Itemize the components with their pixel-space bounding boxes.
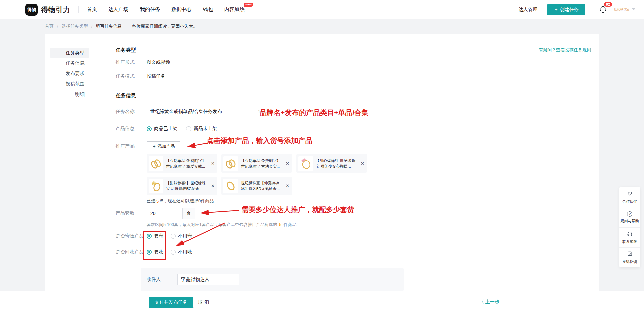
gold-ring-single-icon (223, 179, 238, 193)
cancel-button[interactable]: 取 消 (193, 297, 214, 308)
quantity-help-prefix: 套数区间5-100套，每人对应1套产品，每套产品中包含推广产品所选的 (147, 222, 277, 227)
selected-count-note: 已选 5 /5，现在还可以选择0件商品 (147, 198, 591, 204)
radio-selected-icon (147, 126, 152, 131)
selected-count: 5 (156, 199, 159, 204)
task-name-label: 任务名称 (116, 109, 147, 115)
radio-new-product[interactable]: 新品未上架 (186, 126, 217, 132)
radio-recycle-no[interactable]: 不用收 (171, 249, 192, 255)
remove-product-icon[interactable]: ✕ (286, 183, 289, 188)
talent-manage-button[interactable]: 达人管理 (513, 4, 543, 15)
rules-help-item[interactable]: ? 规则与帮助 (619, 207, 640, 227)
quantity-helper-text: 套数区间5-100套，每人对应1套产品，每套产品中包含推广产品所选的 5 件商品 (147, 222, 296, 228)
product-title: 【心动单品 免费刻字】世纪缘珠宝 挚爱女戒... (166, 158, 209, 169)
nav-item-home[interactable]: 首页 (87, 6, 97, 13)
quantity-label: 产品套数 (116, 210, 147, 216)
nav-item-talent-plaza[interactable]: 达人广场 (108, 6, 128, 13)
radio-recycle-no-label: 不用收 (178, 249, 192, 255)
previous-step-link[interactable]: 〈 上一步 (479, 299, 499, 305)
radio-ship-yes-label: 要寄 (154, 233, 163, 239)
breadcrumb-select-task-type[interactable]: 选择任务类型 (62, 23, 88, 29)
nav-item-data-center[interactable]: 数据中心 (171, 6, 192, 13)
feedback-icon (627, 251, 633, 258)
contact-support-item[interactable]: 联系客服 (619, 227, 640, 247)
header-divider (592, 6, 592, 14)
nav-item-wallet[interactable]: 钱包 (203, 6, 213, 13)
radio-recycle-yes-label: 要收 (154, 249, 163, 255)
nav-item-content-heat[interactable]: 内容加热 NEW (224, 6, 245, 13)
sidebar-item-task-info[interactable]: 任务信息 (50, 58, 89, 68)
breadcrumb-current: 填写任务信息 (96, 23, 122, 29)
radio-on-shelf-label: 商品已上架 (154, 126, 177, 132)
radio-unselected-icon (171, 250, 176, 255)
annotation-add-product-tip: 点击添加产品，输入货号添加产品 (207, 136, 312, 145)
product-title: 世纪缘珠宝【仲夏碎碎冰】爆闪5D无氰硬金... (241, 180, 284, 191)
pay-publish-button[interactable]: 支付并发布任务 (149, 297, 193, 308)
brand-title: 得物引力 (41, 5, 70, 14)
add-product-button[interactable]: ＋ 添加产品 (147, 141, 180, 151)
partner-item[interactable]: 合作伙伴 (619, 187, 640, 207)
radio-recycle-yes[interactable]: 要收 (147, 249, 163, 255)
product-card: 【甜心爆炸!】世纪缘珠宝 甜美少女心蝴蝶... ✕ (296, 154, 367, 173)
previous-step-label: 上一步 (485, 299, 499, 304)
task-form-card: 任务类型 任务信息 发布要求 投稿范围 明细 有疑问？查看投稿任务规则 任务类型… (45, 34, 599, 291)
product-info-label: 产品信息 (116, 126, 147, 132)
sidebar-item-task-type[interactable]: 任务类型 (50, 48, 89, 58)
breadcrumb-home[interactable]: 首页 (45, 23, 54, 29)
gold-rings-pair-icon (223, 156, 238, 171)
recycle-product-label: 是否回收产品 (116, 249, 147, 255)
task-mode-label: 任务模式 (116, 73, 147, 79)
feedback-item[interactable]: 投诉反馈 (619, 247, 640, 267)
partner-label: 合作伙伴 (622, 199, 637, 204)
footer-action-bar: 支付并发布任务 取 消 〈 上一步 (0, 291, 644, 312)
quantity-help-suffix: 件商品 (284, 222, 297, 227)
radio-new-product-label: 新品未上架 (194, 126, 217, 132)
task-name-input[interactable] (147, 106, 274, 117)
breadcrumb: 首页 / 选择任务类型 / 填写任务信息 各位商家仔细阅读，莫因小失大。 (0, 19, 644, 34)
sidebar-item-publish-requirements[interactable]: 发布要求 (50, 68, 89, 79)
recycle-product-row: 是否回收产品 要收 不用收 (116, 249, 591, 255)
notification-bell-icon[interactable]: 92 (599, 5, 609, 15)
promo-products-label: 推广产品 (116, 143, 147, 149)
rules-help-label: 规则与帮助 (621, 219, 639, 224)
radio-ship-no[interactable]: 不用寄 (171, 233, 192, 239)
chevron-down-icon (632, 8, 635, 10)
radio-ship-yes[interactable]: 要寄 (147, 233, 163, 239)
top-header: 得物 得物引力 首页 达人广场 我的任务 数据中心 钱包 内容加热 NEW 达人… (0, 0, 644, 19)
radio-selected-icon (147, 234, 152, 239)
quantity-input[interactable] (147, 208, 183, 219)
product-card: 【心动单品 免费刻字】世纪缘珠宝 挚爱女戒... ✕ (147, 154, 217, 173)
remove-product-icon[interactable]: ✕ (286, 161, 289, 166)
selected-prefix: 已选 (147, 198, 155, 204)
remove-product-icon[interactable]: ✕ (211, 161, 215, 166)
radio-ship-no-label: 不用寄 (178, 233, 192, 239)
gold-ring-cluster-icon (149, 179, 163, 193)
annotation-quantity-tip: 需要多少位达人推广，就配多少套货 (241, 205, 354, 214)
ship-product-row: 是否寄送产品 要寄 不用寄 (116, 233, 591, 239)
radio-on-shelf[interactable]: 商品已上架 (147, 126, 177, 132)
product-info-row: 产品信息 商品已上架 新品未上架 (116, 125, 591, 132)
username-label: 世纪缘珠宝 (614, 8, 629, 11)
nav-item-content-heat-label: 内容加热 (224, 6, 245, 12)
recipient-input[interactable] (177, 274, 239, 285)
main-nav: 首页 达人广场 我的任务 数据中心 钱包 内容加热 NEW (87, 6, 245, 13)
sidebar-item-submission-scope[interactable]: 投稿范围 (50, 79, 89, 89)
header-right: 达人管理 ＋ 创建任务 92 世纪缘珠宝 (513, 4, 635, 15)
section-divider (116, 87, 591, 87)
nav-item-my-tasks[interactable]: 我的任务 (140, 6, 160, 13)
product-card: 【心动单品 免费刻字】世纪缘珠宝 古法金实... ✕ (221, 154, 292, 173)
product-title: 【甜心爆炸!】世纪缘珠宝 甜美少女心蝴蝶... (316, 158, 359, 169)
floating-help-panel: 合作伙伴 ? 规则与帮助 联系客服 投诉反馈 (619, 187, 640, 267)
step-sidebar: 任务类型 任务信息 发布要求 投稿范围 明细 (50, 48, 89, 100)
selected-suffix: /5，现在还可以选择0件商品 (160, 198, 214, 204)
dewu-logo-icon[interactable]: 得物 (25, 4, 38, 16)
task-mode-value: 投稿任务 (147, 73, 165, 79)
create-task-button[interactable]: ＋ 创建任务 (547, 4, 585, 15)
quantity-help-count: 5 (279, 222, 281, 227)
sidebar-item-details[interactable]: 明细 (50, 89, 89, 100)
product-title: 【甜妹惊喜!】世纪缘珠宝 甜度爆表5G硬金... (166, 180, 209, 191)
remove-product-icon[interactable]: ✕ (211, 183, 215, 188)
radio-selected-icon (147, 250, 152, 255)
section-title-task-type: 任务类型 (116, 47, 136, 53)
user-menu[interactable]: 世纪缘珠宝 (614, 8, 635, 11)
remove-product-icon[interactable]: ✕ (361, 161, 364, 166)
